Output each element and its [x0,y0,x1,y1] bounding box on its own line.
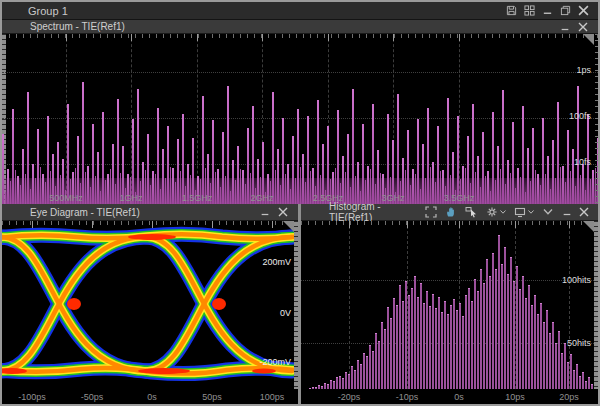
histogram-bin [390,318,392,389]
spectrum-spur-minor [575,186,576,204]
spectrum-spur-minor [500,169,501,204]
eye-plot[interactable]: 200mV0V-200mV [2,221,298,389]
spectrum-major-tick [131,34,132,41]
grid-corner-marker[interactable] [583,34,594,45]
histogram-bin [453,299,455,389]
spectrum-spur [517,168,519,204]
spectrum-spur-minor [225,176,226,204]
spectrum-spur [497,146,499,204]
spectrum-spur [302,154,304,204]
histogram-x-tick-label: -10ps [396,392,419,402]
histogram-major-tick [349,221,350,228]
histogram-right-ruler [594,221,598,389]
spectrum-spur [347,134,349,204]
histogram-bin [420,283,422,389]
pan-hand-icon[interactable] [441,204,461,220]
spectrum-spur-minor [170,167,171,204]
histogram-bin [375,333,377,389]
eye-diagram-trace [2,221,298,389]
histogram-bin [369,345,371,389]
histogram-bin [339,376,341,389]
histogram-bin [333,381,335,389]
histogram-bin [441,312,443,389]
spectrum-spur [427,108,429,204]
spectrum-spur [552,140,554,204]
spectrum-spur-minor [35,178,36,204]
spectrum-spur-minor [535,170,536,204]
spectrum-spur [147,134,149,204]
spectrum-horizontal-gridline [2,118,598,119]
tile-windows-icon[interactable] [520,4,538,18]
close-icon[interactable] [574,4,592,18]
histogram-plot[interactable]: 100hits50hits [301,221,598,389]
chevron-down-icon[interactable] [538,204,558,220]
histogram-bin [564,343,566,389]
spectrum-spur [202,96,204,204]
histogram-vertical-gridline [349,221,350,389]
spectrum-spur [487,171,489,204]
spectrum-spur [92,124,94,204]
histogram-bin [435,308,437,389]
save-icon[interactable] [502,4,520,18]
group-titlebar[interactable]: Group 1 [2,2,598,20]
spectrum-plot[interactable]: 500MHz1GHz1.5GHz2GHz2.5GHz3GHz3.5GHz 1ps… [2,34,598,204]
grid-corner-marker[interactable] [283,221,294,232]
spectrum-spur [482,132,484,204]
spectrum-spur [387,114,389,204]
histogram-bin [381,322,383,389]
spectrum-major-tick [393,34,394,41]
settings-gear-icon[interactable] [482,204,510,220]
spectrum-spur [447,98,449,204]
histogram-bin [480,269,482,389]
histogram-major-tick [569,221,570,228]
spectrum-spur [592,170,594,204]
spectrum-spur [437,126,439,204]
spectrum-spur-minor [105,180,106,204]
histogram-bin [465,295,467,389]
eye-titlebar[interactable]: Eye Diagram - TIE(Ref1) [2,204,298,221]
spectrum-spur-minor [425,178,426,204]
minimize-icon[interactable] [558,205,575,219]
spectrum-spur-minor [415,174,416,204]
display-options-icon[interactable] [510,204,538,220]
expand-icon[interactable] [421,204,441,220]
spectrum-spur-minor [230,191,231,204]
histogram-bin [582,372,584,389]
spectrum-spur-minor [295,178,296,204]
histogram-bin [489,276,491,389]
histogram-bin [588,377,590,389]
histogram-bin [492,253,494,389]
spectrum-spur-minor [545,174,546,204]
minimize-icon[interactable] [556,20,574,34]
histogram-bin [477,291,479,389]
spectrum-spur-minor [290,189,291,204]
eye-top-ticks [2,221,298,225]
minimize-icon[interactable] [538,4,556,18]
histogram-titlebar[interactable]: Histogram - TIE(Ref1) [301,204,598,221]
histogram-horizontal-gridline [301,280,598,281]
histogram-bin [486,259,488,389]
spectrum-y-tick-label: 1ps [576,65,591,75]
spectrum-spur [137,89,139,204]
histogram-bin [495,269,497,389]
spectrum-x-tick-label: 3.5GHz [444,193,475,203]
histogram-bin [360,364,362,389]
eye-major-tick [32,221,33,228]
spectrum-spur-minor [515,188,516,204]
spectrum-spur [537,174,539,204]
close-icon[interactable] [575,205,592,219]
close-icon[interactable] [274,205,292,219]
spectrum-spur [107,174,109,204]
eye-y-tick-label: 0V [280,308,291,318]
minimize-icon[interactable] [256,205,274,219]
histogram-bin [567,362,569,389]
spectrum-x-tick-label: 1.5GHz [182,193,213,203]
restore-icon[interactable] [556,4,574,18]
spectrum-titlebar[interactable]: Spectrum - TIE(Ref1) [2,20,598,34]
eye-y-tick-label: -200mV [259,357,291,367]
histogram-bin [423,303,425,389]
grid-corner-marker[interactable] [583,221,594,232]
spectrum-spur [22,149,24,204]
cursor-select-icon[interactable] [461,204,482,220]
close-icon[interactable] [574,20,592,34]
